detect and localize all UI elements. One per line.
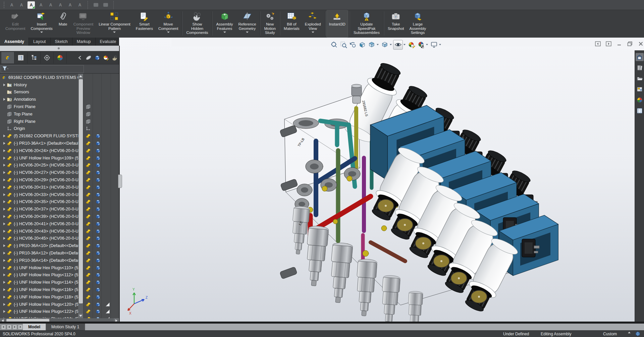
view-settings-button[interactable] [429,40,438,49]
expand-arrow-icon[interactable] [2,252,7,254]
tree-item[interactable]: (-) HCV06-20<41> (HCV06-20-0-U- [0,220,78,228]
tree-item[interactable]: Origin [0,125,78,133]
display-state-icon[interactable] [95,155,101,161]
tree-item[interactable]: (-) PR10-36A<10> (Default<<Defau [0,242,78,249]
toolbar-drag-handle[interactable] [3,1,5,9]
tree-item[interactable]: (-) HCV06-20<25> (HCV06-20-0-U- [0,162,78,169]
appearance-column-icon[interactable] [102,53,110,62]
expand-arrow-icon[interactable] [2,98,7,101]
display-state-icon[interactable] [95,221,101,227]
tree-item[interactable]: (-) UNF Hollow Hex Plugs<110> (5 [0,264,78,272]
display-state-icon[interactable] [95,302,101,307]
ribbon-button[interactable]: Instant3D [327,10,348,37]
tree-item[interactable]: History [0,81,78,89]
expand-arrow-icon[interactable] [2,223,7,225]
tab-displaymanager[interactable] [54,52,67,63]
ribbon-button[interactable]: Component Preview Window [71,10,96,37]
tree-item[interactable]: (-) HCV06-20<37> (HCV06-20-0-U- [0,205,78,213]
dropdown-caret-icon[interactable] [404,44,406,45]
hide-show-column-icon[interactable] [84,53,93,62]
expand-arrow-icon[interactable] [2,259,7,262]
zoom-to-fit-button[interactable] [329,40,338,49]
expand-arrow-icon[interactable] [2,208,7,210]
tree-item[interactable]: (-) PR10-36A<14> (Default<<Defau [0,257,78,264]
expand-arrow-icon[interactable] [2,310,7,313]
command-tab[interactable]: Sketch [51,38,72,46]
expand-arrow-icon[interactable] [2,193,7,196]
ribbon-button[interactable]: Show Hidden Components [184,10,210,37]
ribbon-button[interactable]: Move Component [156,10,180,37]
display-state-icon[interactable] [95,148,101,153]
previous-view-button[interactable] [348,40,357,49]
dropdown-caret-icon[interactable] [113,32,116,33]
tree-item[interactable]: Annotations [0,96,78,103]
section-view-button[interactable] [358,40,367,49]
tree-filter-input[interactable] [1,65,84,73]
display-state-icon[interactable] [95,250,101,256]
expand-arrow-icon[interactable] [2,215,7,218]
dropdown-caret-icon[interactable] [223,32,226,33]
ribbon-button[interactable]: Smart Fasteners [133,10,155,37]
tree-item[interactable]: (-) PR10-36A<1> (Default<<Defaul [0,140,78,147]
hide-show-items-button[interactable] [393,40,403,50]
expand-arrow-icon[interactable] [2,157,7,159]
tree-item[interactable]: (-) HCV06-20<35> (HCV06-20-0-U- [0,198,78,206]
model-canvas[interactable]: 291682 LS TP-LB LS Y Z X [119,38,644,322]
ribbon-button[interactable]: Large Assembly Settings [407,10,429,37]
ribbon-button[interactable]: Reference Geometry [236,10,258,37]
expand-panel-right-icon[interactable] [605,41,612,47]
expand-arrow-icon[interactable] [2,244,7,247]
transparency-column-icon[interactable] [110,53,119,62]
tree-item[interactable]: (-) UNF Hollow Hex Plugs<122> (5 [0,308,78,316]
display-state-icon[interactable] [95,272,101,278]
tree-item[interactable]: Right Plane [0,118,78,125]
restore-button[interactable] [627,41,633,47]
tree-item[interactable]: (-) HCV06-20<39> (HCV06-20-0-U- [0,213,78,220]
next-tab-icon[interactable] [12,325,17,330]
expand-arrow-icon[interactable] [2,84,7,86]
display-state-icon[interactable] [95,199,101,204]
command-tab[interactable]: Assembly [0,38,29,46]
scroll-down-icon[interactable] [78,314,83,318]
ribbon-button[interactable]: Assembly Features [214,10,235,37]
display-state-icon[interactable] [95,280,101,285]
display-mode-column-icon[interactable] [93,53,102,62]
tree-item[interactable]: (-) UNF Hollow Hex Plugs<114> (5 [0,279,78,286]
last-tab-icon[interactable] [18,325,23,330]
apply-scene-button[interactable] [416,40,425,49]
ribbon-button[interactable]: Exploded View [303,10,323,37]
view-palette-icon[interactable] [636,85,644,93]
command-tab[interactable]: Layout [29,38,51,46]
tree-item[interactable]: (-) UNF Hollow Hex Plugs<120> (5 [0,301,78,308]
edit-appearance-button[interactable] [407,40,416,49]
scroll-up-icon[interactable] [78,74,83,79]
tab-dimxpertmanager[interactable] [41,52,54,63]
tree-item[interactable]: (-) UNF Hollow Hex Plugs<116> (5 [0,286,78,293]
tree-item[interactable]: (-) HCV06-20<31> (HCV06-20-0-U- [0,184,78,191]
ribbon-button[interactable]: Update SpeedPak Subassemblies [351,10,382,37]
display-state-icon[interactable] [95,177,101,183]
tab-propertymanager[interactable] [14,52,28,63]
expand-arrow-icon[interactable] [2,135,7,137]
display-state-icon[interactable] [95,258,101,263]
expand-arrow-icon[interactable] [2,237,7,240]
expand-arrow-icon[interactable] [2,142,7,145]
sheet-tab[interactable]: Motion Study 1 [46,324,85,330]
expand-arrow-icon[interactable] [2,288,7,291]
ribbon-button[interactable]: Mate [56,10,70,37]
panel-collapse-handle[interactable] [118,175,122,188]
tree-item[interactable]: (-) HCV06-20<43> (HCV06-20-0-U- [0,228,78,235]
tree-item[interactable]: (-) PR10-36A<12> (Default<<Defau [0,249,78,257]
home-icon[interactable] [636,53,644,61]
tree-item[interactable]: (f) 291682 COOPER FLUID SYSTEMS [0,132,78,140]
tree-item[interactable]: (-) HCV06-20<27> (HCV06-20-0-U- [0,169,78,176]
zoom-to-area-button[interactable] [339,40,348,49]
tree-item[interactable]: 691682 COOPER FLUID SYSTEMS CETOP [0,74,78,81]
display-state-icon[interactable] [95,214,101,219]
annotation-tool-icon[interactable]: A [18,1,25,9]
display-state-icon[interactable] [95,206,101,212]
tree-item[interactable]: (-) HCV06-20<29> (HCV06-20-0-U- [0,176,78,184]
minimize-button[interactable] [616,41,623,47]
display-state-icon[interactable] [95,243,101,248]
expand-arrow-icon[interactable] [2,149,7,152]
